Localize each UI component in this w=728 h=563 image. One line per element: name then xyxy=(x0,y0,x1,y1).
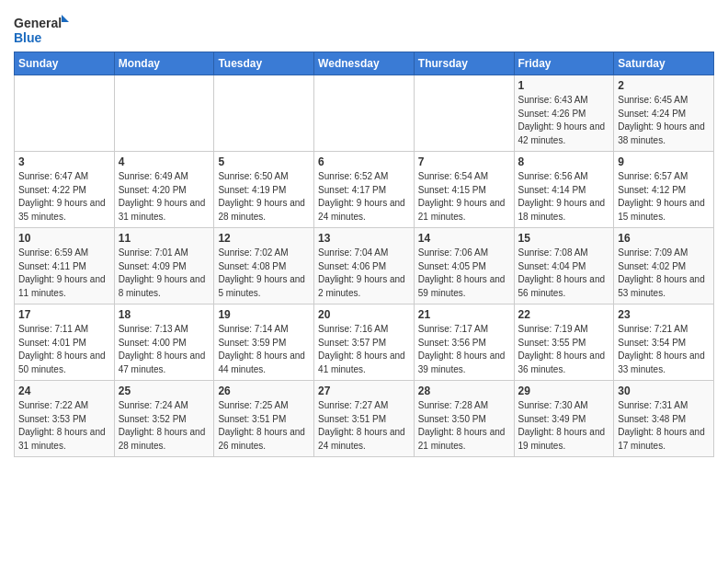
day-cell: 15Sunrise: 7:08 AM Sunset: 4:04 PM Dayli… xyxy=(514,228,614,304)
day-cell: 10Sunrise: 6:59 AM Sunset: 4:11 PM Dayli… xyxy=(15,228,115,304)
day-cell: 3Sunrise: 6:47 AM Sunset: 4:22 PM Daylig… xyxy=(15,152,115,228)
day-info: Sunrise: 7:06 AM Sunset: 4:05 PM Dayligh… xyxy=(418,247,510,300)
day-info: Sunrise: 7:21 AM Sunset: 3:54 PM Dayligh… xyxy=(618,323,710,376)
svg-text:General: General xyxy=(14,16,62,30)
day-number: 29 xyxy=(518,385,610,397)
logo-svg: General Blue xyxy=(14,13,69,46)
day-number: 26 xyxy=(218,385,310,397)
day-number: 28 xyxy=(418,385,510,397)
header-friday: Friday xyxy=(514,52,614,75)
day-cell: 23Sunrise: 7:21 AM Sunset: 3:54 PM Dayli… xyxy=(614,304,714,381)
header-sunday: Sunday xyxy=(15,52,115,75)
day-number: 21 xyxy=(418,308,510,321)
day-cell: 12Sunrise: 7:02 AM Sunset: 4:08 PM Dayli… xyxy=(214,228,314,304)
day-number: 8 xyxy=(518,155,610,168)
day-info: Sunrise: 7:22 AM Sunset: 3:53 PM Dayligh… xyxy=(18,399,110,453)
day-number: 11 xyxy=(119,232,210,245)
week-row-0: 1Sunrise: 6:43 AM Sunset: 4:26 PM Daylig… xyxy=(15,75,714,152)
day-number: 24 xyxy=(18,385,110,397)
day-info: Sunrise: 7:08 AM Sunset: 4:04 PM Dayligh… xyxy=(518,247,610,300)
day-info: Sunrise: 6:54 AM Sunset: 4:15 PM Dayligh… xyxy=(418,170,510,224)
day-info: Sunrise: 7:09 AM Sunset: 4:02 PM Dayligh… xyxy=(618,247,710,300)
day-info: Sunrise: 7:01 AM Sunset: 4:09 PM Dayligh… xyxy=(119,247,210,300)
day-cell: 11Sunrise: 7:01 AM Sunset: 4:09 PM Dayli… xyxy=(114,228,214,304)
day-cell xyxy=(214,75,314,152)
day-cell: 29Sunrise: 7:30 AM Sunset: 3:49 PM Dayli… xyxy=(514,381,614,457)
week-row-3: 17Sunrise: 7:11 AM Sunset: 4:01 PM Dayli… xyxy=(15,304,714,381)
day-info: Sunrise: 7:19 AM Sunset: 3:55 PM Dayligh… xyxy=(518,323,610,376)
header-saturday: Saturday xyxy=(614,52,714,75)
day-number: 2 xyxy=(618,79,710,92)
day-number: 4 xyxy=(119,155,210,168)
day-cell: 22Sunrise: 7:19 AM Sunset: 3:55 PM Dayli… xyxy=(514,304,614,381)
day-cell xyxy=(114,75,214,152)
day-cell: 2Sunrise: 6:45 AM Sunset: 4:24 PM Daylig… xyxy=(614,75,714,152)
day-number: 30 xyxy=(618,385,710,397)
header-thursday: Thursday xyxy=(414,52,514,75)
day-info: Sunrise: 7:25 AM Sunset: 3:51 PM Dayligh… xyxy=(218,399,310,453)
day-info: Sunrise: 6:49 AM Sunset: 4:20 PM Dayligh… xyxy=(119,170,210,224)
calendar-table: SundayMondayTuesdayWednesdayThursdayFrid… xyxy=(14,52,714,457)
day-number: 7 xyxy=(418,155,510,168)
day-info: Sunrise: 7:02 AM Sunset: 4:08 PM Dayligh… xyxy=(218,247,310,300)
day-info: Sunrise: 6:52 AM Sunset: 4:17 PM Dayligh… xyxy=(318,170,410,224)
day-number: 17 xyxy=(18,308,110,321)
day-info: Sunrise: 6:57 AM Sunset: 4:12 PM Dayligh… xyxy=(618,170,710,224)
day-cell xyxy=(314,75,415,152)
day-cell: 1Sunrise: 6:43 AM Sunset: 4:26 PM Daylig… xyxy=(514,75,614,152)
day-cell: 21Sunrise: 7:17 AM Sunset: 3:56 PM Dayli… xyxy=(414,304,514,381)
week-row-1: 3Sunrise: 6:47 AM Sunset: 4:22 PM Daylig… xyxy=(15,152,714,228)
day-number: 3 xyxy=(18,155,110,168)
day-number: 20 xyxy=(318,308,410,321)
week-row-4: 24Sunrise: 7:22 AM Sunset: 3:53 PM Dayli… xyxy=(15,381,714,457)
day-cell: 7Sunrise: 6:54 AM Sunset: 4:15 PM Daylig… xyxy=(414,152,514,228)
day-info: Sunrise: 6:59 AM Sunset: 4:11 PM Dayligh… xyxy=(18,247,110,300)
header: General Blue xyxy=(14,9,714,46)
day-number: 25 xyxy=(119,385,210,397)
svg-marker-2 xyxy=(62,15,69,22)
day-info: Sunrise: 6:50 AM Sunset: 4:19 PM Dayligh… xyxy=(218,170,310,224)
day-number: 10 xyxy=(18,232,110,245)
day-cell: 27Sunrise: 7:27 AM Sunset: 3:51 PM Dayli… xyxy=(314,381,415,457)
logo: General Blue xyxy=(14,13,69,46)
day-cell: 14Sunrise: 7:06 AM Sunset: 4:05 PM Dayli… xyxy=(414,228,514,304)
day-number: 12 xyxy=(218,232,310,245)
day-info: Sunrise: 7:14 AM Sunset: 3:59 PM Dayligh… xyxy=(218,323,310,376)
svg-text:Blue: Blue xyxy=(14,30,42,45)
day-cell: 9Sunrise: 6:57 AM Sunset: 4:12 PM Daylig… xyxy=(614,152,714,228)
day-number: 9 xyxy=(618,155,710,168)
day-info: Sunrise: 6:45 AM Sunset: 4:24 PM Dayligh… xyxy=(618,94,710,147)
day-info: Sunrise: 6:47 AM Sunset: 4:22 PM Dayligh… xyxy=(18,170,110,224)
day-number: 15 xyxy=(518,232,610,245)
day-number: 19 xyxy=(218,308,310,321)
day-cell: 20Sunrise: 7:16 AM Sunset: 3:57 PM Dayli… xyxy=(314,304,415,381)
day-info: Sunrise: 7:27 AM Sunset: 3:51 PM Dayligh… xyxy=(318,399,410,453)
day-number: 14 xyxy=(418,232,510,245)
day-number: 22 xyxy=(518,308,610,321)
header-monday: Monday xyxy=(114,52,214,75)
day-number: 5 xyxy=(218,155,310,168)
day-cell: 26Sunrise: 7:25 AM Sunset: 3:51 PM Dayli… xyxy=(214,381,314,457)
day-number: 6 xyxy=(318,155,410,168)
day-cell: 19Sunrise: 7:14 AM Sunset: 3:59 PM Dayli… xyxy=(214,304,314,381)
day-number: 23 xyxy=(618,308,710,321)
day-info: Sunrise: 7:28 AM Sunset: 3:50 PM Dayligh… xyxy=(418,399,510,453)
day-cell: 24Sunrise: 7:22 AM Sunset: 3:53 PM Dayli… xyxy=(15,381,115,457)
day-number: 16 xyxy=(618,232,710,245)
day-cell: 6Sunrise: 6:52 AM Sunset: 4:17 PM Daylig… xyxy=(314,152,415,228)
day-cell: 18Sunrise: 7:13 AM Sunset: 4:00 PM Dayli… xyxy=(114,304,214,381)
day-info: Sunrise: 6:43 AM Sunset: 4:26 PM Dayligh… xyxy=(518,94,610,147)
day-info: Sunrise: 6:56 AM Sunset: 4:14 PM Dayligh… xyxy=(518,170,610,224)
day-cell: 5Sunrise: 6:50 AM Sunset: 4:19 PM Daylig… xyxy=(214,152,314,228)
header-wednesday: Wednesday xyxy=(314,52,415,75)
calendar-header-row: SundayMondayTuesdayWednesdayThursdayFrid… xyxy=(15,52,714,75)
day-info: Sunrise: 7:04 AM Sunset: 4:06 PM Dayligh… xyxy=(318,247,410,300)
day-cell: 8Sunrise: 6:56 AM Sunset: 4:14 PM Daylig… xyxy=(514,152,614,228)
day-info: Sunrise: 7:11 AM Sunset: 4:01 PM Dayligh… xyxy=(18,323,110,376)
day-cell: 30Sunrise: 7:31 AM Sunset: 3:48 PM Dayli… xyxy=(614,381,714,457)
day-cell: 4Sunrise: 6:49 AM Sunset: 4:20 PM Daylig… xyxy=(114,152,214,228)
day-cell: 17Sunrise: 7:11 AM Sunset: 4:01 PM Dayli… xyxy=(15,304,115,381)
week-row-2: 10Sunrise: 6:59 AM Sunset: 4:11 PM Dayli… xyxy=(15,228,714,304)
day-info: Sunrise: 7:17 AM Sunset: 3:56 PM Dayligh… xyxy=(418,323,510,376)
day-info: Sunrise: 7:16 AM Sunset: 3:57 PM Dayligh… xyxy=(318,323,410,376)
